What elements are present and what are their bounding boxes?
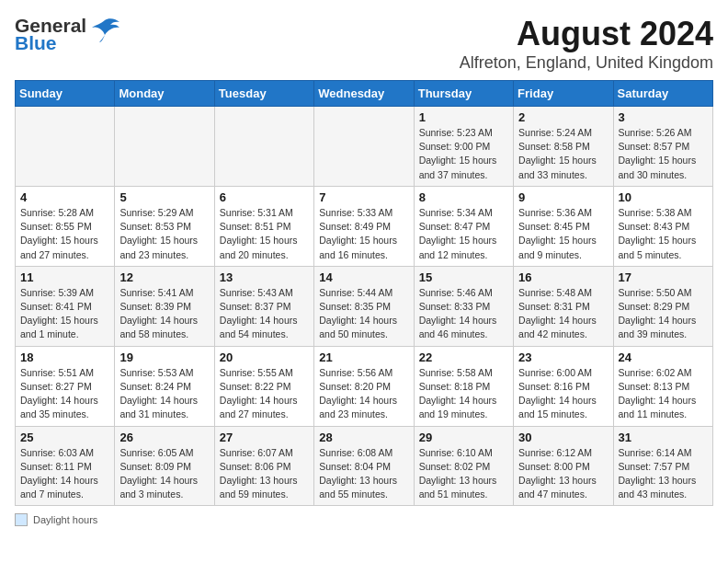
calendar-cell: 13Sunrise: 5:43 AM Sunset: 8:37 PM Dayli…: [214, 266, 313, 346]
calendar-cell: [214, 107, 313, 187]
cell-date: 30: [518, 431, 608, 444]
cell-date: 31: [619, 431, 708, 444]
cell-date: 16: [518, 270, 608, 284]
cell-info: Sunrise: 5:39 AM Sunset: 8:41 PM Dayligh…: [20, 286, 109, 342]
logo-bird-icon: [88, 17, 121, 44]
cell-info: Sunrise: 5:55 AM Sunset: 8:22 PM Dayligh…: [220, 366, 309, 422]
cell-date: 6: [220, 190, 309, 204]
calendar-cell: [115, 107, 214, 187]
cell-date: 4: [20, 190, 109, 204]
cell-date: 9: [518, 190, 608, 204]
daylight-legend-label: Daylight hours: [33, 514, 97, 525]
cell-info: Sunrise: 5:26 AM Sunset: 8:57 PM Dayligh…: [619, 126, 708, 182]
calendar-cell: 16Sunrise: 5:48 AM Sunset: 8:31 PM Dayli…: [514, 266, 613, 346]
cell-info: Sunrise: 5:29 AM Sunset: 8:53 PM Dayligh…: [119, 206, 209, 262]
cell-info: Sunrise: 5:56 AM Sunset: 8:20 PM Dayligh…: [319, 366, 408, 422]
cell-date: 22: [419, 350, 508, 364]
page-subtitle: Alfreton, England, United Kingdom: [460, 53, 713, 73]
cell-info: Sunrise: 5:41 AM Sunset: 8:39 PM Dayligh…: [119, 286, 209, 342]
calendar-cell: 21Sunrise: 5:56 AM Sunset: 8:20 PM Dayli…: [314, 346, 414, 426]
calendar-cell: [16, 107, 115, 187]
cell-info: Sunrise: 5:34 AM Sunset: 8:47 PM Dayligh…: [419, 206, 508, 262]
cell-info: Sunrise: 5:51 AM Sunset: 8:27 PM Dayligh…: [20, 366, 109, 422]
cell-date: 26: [119, 431, 209, 444]
cell-info: Sunrise: 6:00 AM Sunset: 8:16 PM Dayligh…: [518, 366, 608, 422]
calendar-cell: 6Sunrise: 5:31 AM Sunset: 8:51 PM Daylig…: [214, 186, 313, 266]
cell-info: Sunrise: 6:03 AM Sunset: 8:11 PM Dayligh…: [20, 446, 109, 502]
cell-info: Sunrise: 6:08 AM Sunset: 8:04 PM Dayligh…: [319, 446, 408, 502]
calendar-cell: 25Sunrise: 6:03 AM Sunset: 8:11 PM Dayli…: [16, 426, 115, 506]
calendar-cell: 17Sunrise: 5:50 AM Sunset: 8:29 PM Dayli…: [613, 266, 712, 346]
cell-info: Sunrise: 5:48 AM Sunset: 8:31 PM Dayligh…: [518, 286, 608, 342]
calendar-cell: 23Sunrise: 6:00 AM Sunset: 8:16 PM Dayli…: [514, 346, 613, 426]
calendar-week-row: 1Sunrise: 5:23 AM Sunset: 9:00 PM Daylig…: [16, 107, 713, 187]
cell-info: Sunrise: 6:02 AM Sunset: 8:13 PM Dayligh…: [619, 366, 708, 422]
cell-date: 17: [619, 270, 708, 284]
calendar-cell: 30Sunrise: 6:12 AM Sunset: 8:00 PM Dayli…: [514, 426, 613, 506]
cell-info: Sunrise: 6:07 AM Sunset: 8:06 PM Dayligh…: [220, 446, 309, 502]
cell-info: Sunrise: 6:05 AM Sunset: 8:09 PM Dayligh…: [119, 446, 209, 502]
cell-date: 27: [220, 431, 309, 444]
calendar-cell: 3Sunrise: 5:26 AM Sunset: 8:57 PM Daylig…: [613, 107, 712, 187]
calendar-cell: 8Sunrise: 5:34 AM Sunset: 8:47 PM Daylig…: [414, 186, 513, 266]
cell-info: Sunrise: 5:46 AM Sunset: 8:33 PM Dayligh…: [419, 286, 508, 342]
calendar-day-header: Friday: [514, 81, 613, 107]
cell-date: 19: [119, 350, 209, 364]
cell-date: 11: [20, 270, 109, 284]
calendar-cell: 12Sunrise: 5:41 AM Sunset: 8:39 PM Dayli…: [115, 266, 214, 346]
cell-date: 10: [619, 190, 708, 204]
cell-info: Sunrise: 5:33 AM Sunset: 8:49 PM Dayligh…: [319, 206, 408, 262]
cell-info: Sunrise: 5:38 AM Sunset: 8:43 PM Dayligh…: [619, 206, 708, 262]
cell-date: 29: [419, 431, 508, 444]
cell-date: 5: [119, 190, 209, 204]
calendar-cell: 18Sunrise: 5:51 AM Sunset: 8:27 PM Dayli…: [16, 346, 115, 426]
cell-date: 25: [20, 431, 109, 444]
calendar-week-row: 18Sunrise: 5:51 AM Sunset: 8:27 PM Dayli…: [16, 346, 713, 426]
calendar-cell: 4Sunrise: 5:28 AM Sunset: 8:55 PM Daylig…: [16, 186, 115, 266]
calendar-cell: 22Sunrise: 5:58 AM Sunset: 8:18 PM Dayli…: [414, 346, 513, 426]
calendar-cell: 26Sunrise: 6:05 AM Sunset: 8:09 PM Dayli…: [115, 426, 214, 506]
calendar-table: SundayMondayTuesdayWednesdayThursdayFrid…: [15, 80, 713, 506]
calendar-cell: 20Sunrise: 5:55 AM Sunset: 8:22 PM Dayli…: [214, 346, 313, 426]
cell-info: Sunrise: 5:43 AM Sunset: 8:37 PM Dayligh…: [220, 286, 309, 342]
cell-date: 1: [419, 110, 508, 124]
logo: General Blue: [15, 15, 121, 53]
page-header: General Blue August 2024 Alfreton, Engla…: [15, 15, 713, 73]
cell-info: Sunrise: 6:12 AM Sunset: 8:00 PM Dayligh…: [518, 446, 608, 502]
calendar-cell: 1Sunrise: 5:23 AM Sunset: 9:00 PM Daylig…: [414, 107, 513, 187]
cell-date: 15: [419, 270, 508, 284]
calendar-day-header: Saturday: [613, 81, 712, 107]
cell-info: Sunrise: 5:24 AM Sunset: 8:58 PM Dayligh…: [518, 126, 608, 182]
calendar-day-header: Tuesday: [214, 81, 313, 107]
cell-date: 23: [518, 350, 608, 364]
calendar-cell: 27Sunrise: 6:07 AM Sunset: 8:06 PM Dayli…: [214, 426, 313, 506]
calendar-day-header: Wednesday: [314, 81, 414, 107]
cell-date: 3: [619, 110, 708, 124]
calendar-cell: 7Sunrise: 5:33 AM Sunset: 8:49 PM Daylig…: [314, 186, 414, 266]
cell-info: Sunrise: 5:44 AM Sunset: 8:35 PM Dayligh…: [319, 286, 408, 342]
calendar-day-header: Thursday: [414, 81, 513, 107]
calendar-day-header: Sunday: [16, 81, 115, 107]
calendar-cell: 24Sunrise: 6:02 AM Sunset: 8:13 PM Dayli…: [613, 346, 712, 426]
cell-date: 2: [518, 110, 608, 124]
cell-date: 14: [319, 270, 408, 284]
cell-date: 21: [319, 350, 408, 364]
calendar-week-row: 11Sunrise: 5:39 AM Sunset: 8:41 PM Dayli…: [16, 266, 713, 346]
calendar-cell: 15Sunrise: 5:46 AM Sunset: 8:33 PM Dayli…: [414, 266, 513, 346]
calendar-cell: 29Sunrise: 6:10 AM Sunset: 8:02 PM Dayli…: [414, 426, 513, 506]
daylight-legend-box: [15, 513, 28, 526]
cell-info: Sunrise: 6:10 AM Sunset: 8:02 PM Dayligh…: [419, 446, 508, 502]
calendar-week-row: 25Sunrise: 6:03 AM Sunset: 8:11 PM Dayli…: [16, 426, 713, 506]
calendar-week-row: 4Sunrise: 5:28 AM Sunset: 8:55 PM Daylig…: [16, 186, 713, 266]
calendar-footer: Daylight hours: [15, 513, 713, 526]
cell-date: 12: [119, 270, 209, 284]
calendar-cell: [314, 107, 414, 187]
calendar-header-row: SundayMondayTuesdayWednesdayThursdayFrid…: [16, 81, 713, 107]
calendar-cell: 5Sunrise: 5:29 AM Sunset: 8:53 PM Daylig…: [115, 186, 214, 266]
calendar-cell: 11Sunrise: 5:39 AM Sunset: 8:41 PM Dayli…: [16, 266, 115, 346]
page-title: August 2024: [460, 15, 713, 53]
cell-info: Sunrise: 5:28 AM Sunset: 8:55 PM Dayligh…: [20, 206, 109, 262]
cell-info: Sunrise: 5:36 AM Sunset: 8:45 PM Dayligh…: [518, 206, 608, 262]
cell-date: 7: [319, 190, 408, 204]
calendar-day-header: Monday: [115, 81, 214, 107]
